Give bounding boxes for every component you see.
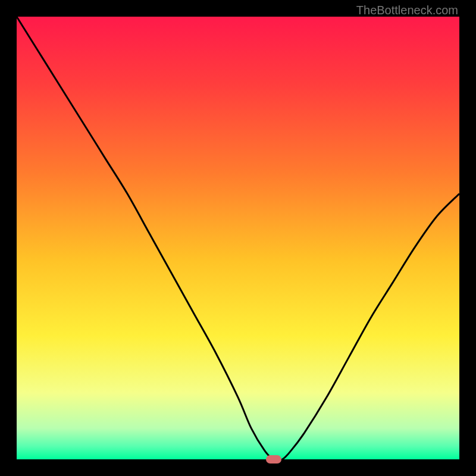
plot-area: [17, 17, 459, 459]
curve-layer: [17, 17, 459, 459]
bottleneck-curve: [17, 17, 459, 459]
optimal-point-marker: [266, 455, 281, 463]
watermark-text: TheBottleneck.com: [356, 4, 458, 17]
chart-container: TheBottleneck.com: [0, 0, 476, 476]
